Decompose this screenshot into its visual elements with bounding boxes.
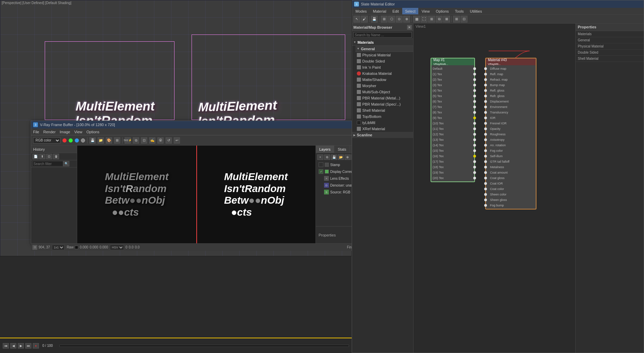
slate-tool-8[interactable]: ⧉ [436,16,443,23]
fb-undo-button[interactable]: ↩ [174,137,180,144]
node-map1-out-1[interactable] [473,73,476,76]
fb-hist-new[interactable]: 📄 [32,154,39,159]
fb-menu-options[interactable]: Options [86,130,99,134]
mat-item-tylibmtl[interactable]: tyLibMtl [355,120,413,126]
slate-tool-pointer[interactable]: ↖ [353,16,360,23]
node-mat-in-coat-gloss[interactable] [484,177,487,179]
fb-compare-button[interactable]: ⧉ [133,137,139,144]
node-map1-out-17[interactable] [473,160,476,163]
fb-hist-delete[interactable]: 🗑 [53,154,59,159]
node-map1-out-18[interactable] [473,166,476,168]
node-map1-out-10[interactable] [473,122,476,125]
node-map1-out-6[interactable] [473,100,476,103]
node-mat-in-translucency[interactable] [484,111,487,114]
mat-materials-section[interactable]: ▼ Materials [352,39,413,46]
node-map1-out-14[interactable] [473,144,476,147]
node-mat-in-metalness[interactable] [484,166,487,168]
slate-tool-7[interactable]: ⊞ [428,16,435,23]
fb-layer-display-check[interactable] [325,169,329,174]
node-map1-out-8[interactable] [473,111,476,114]
slate-tool-6[interactable]: ⛶ [421,16,428,23]
slate-menu-modes[interactable]: Modes [353,8,369,14]
fb-save-button[interactable]: 💾 [89,137,96,144]
fb-channel-r[interactable] [62,138,67,142]
slate-menu-options[interactable]: Options [433,8,451,14]
fb-open-button[interactable]: 📁 [98,137,104,144]
mat-item-pbr-spec[interactable]: PBR Material (Spec/...) [355,101,413,107]
tl-prev-button[interactable]: ◀ [10,343,16,349]
node-mat-in-fresnel[interactable] [484,122,487,125]
mat-scanline-section[interactable]: ▶ Scanline [352,132,413,138]
mat-item-krakatoa[interactable]: Krakatoa Material [355,70,413,77]
mat-item-xref[interactable]: XRef Material [355,126,413,132]
node-mat-in-coat-color[interactable] [484,188,487,190]
node-mat-in-coat-amount[interactable] [484,171,487,174]
node-mat-in-reflect[interactable] [484,73,487,76]
node-map1-out-2[interactable] [473,78,476,81]
fb-region-button[interactable]: ⊡ [141,137,147,144]
fb-reset-button[interactable]: ↺ [166,137,172,144]
node-mat-in-sheen-color[interactable] [484,193,487,196]
tl-record-button[interactable]: ● [33,343,39,349]
fb-menu-image[interactable]: Image [60,130,70,134]
fb-color-correct-button[interactable]: 🎨 [106,137,112,144]
node-map1-out-11[interactable] [473,127,476,130]
node-map1-out-12[interactable] [473,133,476,136]
tl-play-button[interactable]: ▶ [18,343,24,349]
slate-tool-9[interactable]: ⊠ [443,16,450,23]
node-mat-in-self-illum[interactable] [484,155,487,158]
fb-layer-display-eye[interactable]: ✓ [319,169,323,174]
mat-item-physical[interactable]: Physical Material [355,52,413,58]
mat-item-multisubobj[interactable]: Multi/Sub-Object [355,89,413,95]
node-map1-out-20[interactable] [473,177,476,179]
fb-colorspace-select[interactable]: HSV [110,245,124,250]
node-map1-out-default[interactable] [473,67,476,70]
fb-layer-stamp-eye[interactable] [319,162,323,167]
node-map1-out-16[interactable] [473,155,476,158]
mat-item-pbr-metal[interactable]: PBR Material (Metal...) [355,95,413,101]
fb-hist-open[interactable]: ⬆ [39,154,45,159]
node-mat-in-refl-gloss[interactable] [484,89,487,92]
node-mat-in-fog-bump[interactable] [484,204,487,207]
fb-canvas[interactable]: MultiElementIsn'tRandomBetw●●nObj●●cts M… [77,146,316,243]
slate-tool-3[interactable]: ⊙ [396,16,403,23]
fb-tab-stats[interactable]: Stats [334,146,350,153]
fb-stamp-button[interactable]: ✍ [149,137,155,144]
node-map1-out-9[interactable] [473,117,476,119]
slate-menu-utilities[interactable]: Utilities [467,8,485,14]
slate-menu-view[interactable]: View [419,8,433,14]
mat-browser-close-button[interactable]: ✕ [407,25,412,30]
node-mat-in-refr-gloss[interactable] [484,95,487,97]
fb-tab-layers[interactable]: Layers [316,146,334,153]
mat-item-ink[interactable]: Ink 'n Paint [355,64,413,70]
fb-layer-save[interactable]: 💾 [331,154,337,160]
fb-layer-add[interactable]: + [317,154,323,160]
slate-menu-edit[interactable]: Edit [390,8,402,14]
fb-lens-button[interactable]: ⦿ [157,137,164,144]
slate-menu-tools[interactable]: Tools [452,8,466,14]
node-mat-in-fog-color[interactable] [484,149,487,152]
node-map1-out-19[interactable] [473,171,476,174]
mat-item-morpher[interactable]: Morpher [355,83,413,89]
node-mat-in-aniso[interactable] [484,138,487,141]
node-map1-out-13[interactable] [473,138,476,141]
slate-tool-5[interactable]: ▦ [413,16,420,23]
fb-search-input[interactable] [32,161,63,166]
node-map1-out-15[interactable] [473,149,476,152]
fb-layer-load[interactable]: 📂 [338,154,344,160]
node-mat-in-bump[interactable] [484,84,487,86]
fb-channel-b[interactable] [75,138,79,142]
node-map1-out-7[interactable] [473,106,476,108]
slate-tool-4[interactable]: ⊕ [403,16,410,23]
fb-menu-view[interactable]: View [74,130,82,134]
fb-channel-g[interactable] [69,138,73,142]
fb-color-mode-select[interactable]: RGB color [33,137,60,144]
mat-search-input[interactable] [353,32,412,38]
mat-general-header[interactable]: ▼ General [355,46,413,52]
fb-zoom-select[interactable]: 1x1 [52,245,65,250]
fb-hist-save[interactable]: ⊡ [46,154,52,159]
node-mat43[interactable]: Material #43VRayMtl... Diffuse map Refl.… [485,58,536,209]
fb-search-button[interactable]: 🔍 [63,161,69,166]
tl-start-button[interactable]: ⏮ [3,343,9,349]
node-mat-in-displacement[interactable] [484,100,487,103]
